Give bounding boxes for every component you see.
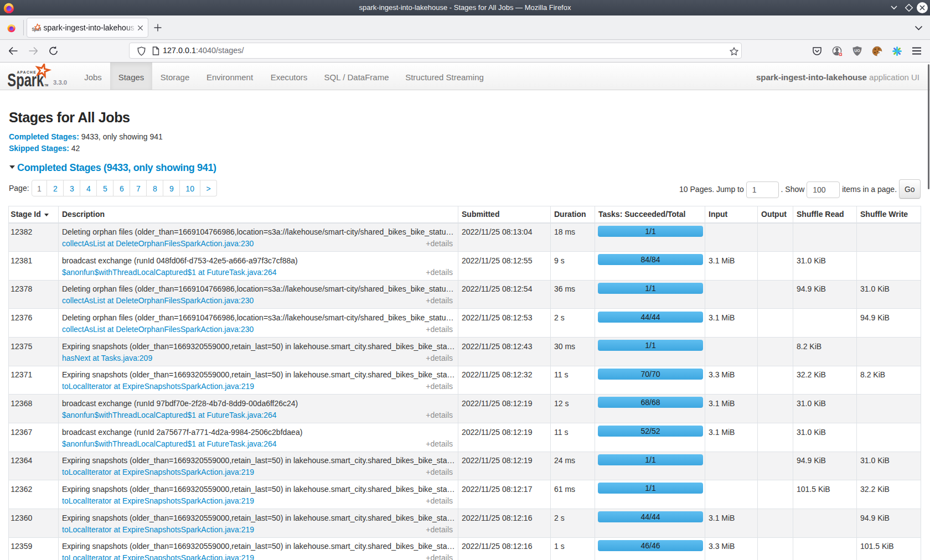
svg-text:TM: TM xyxy=(45,84,49,87)
svg-text:UO: UO xyxy=(854,49,860,53)
